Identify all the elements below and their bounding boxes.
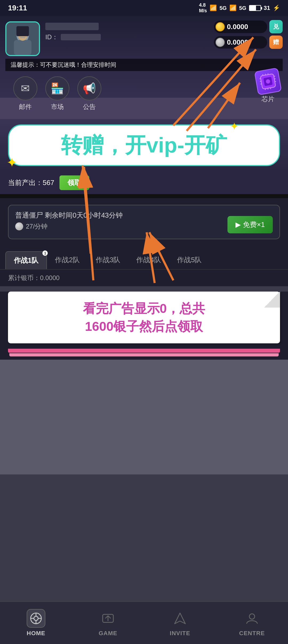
battle-tab-1-label: 作战1队 (14, 256, 38, 264)
market-label: 市场 (51, 103, 64, 111)
battle-tab-2[interactable]: 作战2队 (47, 251, 87, 269)
home-nav-label: HOME (27, 630, 45, 637)
svg-rect-4 (17, 26, 29, 36)
mail-shortcut[interactable]: ✉ 邮件 (13, 76, 37, 111)
network-5g-2-icon: 5G (239, 5, 246, 11)
battle-tab-1[interactable]: 作战1队 1 (5, 251, 47, 269)
chip-label: 芯片 (262, 95, 274, 103)
charging-icon: ⚡ (273, 5, 280, 11)
signal-icon: 📶 (229, 5, 237, 11)
annotation-text: 看完广告显示0，总共1600银子然后点领取 (19, 300, 269, 335)
status-icons: 4.8M/s 📶 5G 📶 5G 31 ⚡ (199, 2, 280, 14)
game-header: 0.0000 兑 0.0000 赠 (0, 16, 288, 119)
sparkle-2-icon: ✦ (230, 120, 239, 132)
notice-bar: 温馨提示：可不要沉迷哦！合理安排时间 (5, 59, 283, 71)
wifi-icon: 📶 (210, 5, 217, 11)
sparkle-1-icon: ✦ (6, 155, 18, 170)
notice-icon: 📢 (77, 76, 101, 100)
svg-line-12 (274, 76, 275, 76)
svg-line-19 (268, 88, 268, 89)
battle-tab-2-label: 作战2队 (55, 256, 79, 264)
banner-text: 转赠，开vip-开矿 (61, 133, 227, 157)
centre-nav-label: CENTRE (239, 630, 265, 637)
svg-line-20 (270, 88, 271, 89)
svg-line-11 (260, 84, 262, 84)
battle-tabs: 作战1队 1 作战2队 作战3队 作战4队 作战5队 (0, 246, 288, 270)
battle-tab-3[interactable]: 作战3队 (88, 251, 128, 269)
username-blurred (45, 23, 99, 30)
home-icon (27, 609, 45, 628)
svg-line-10 (260, 81, 261, 81)
speed-display: 4.8M/s (199, 2, 207, 14)
header-content: ID： 温馨提示：可不要沉迷哦！合理安排时间 ✉ 邮件 🏪 市场 📢 公告 (5, 21, 283, 116)
svg-line-13 (274, 79, 276, 79)
mail-label: 邮件 (19, 103, 32, 111)
battle-tab-3-label: 作战3队 (96, 256, 120, 264)
battle-tab-5[interactable]: 作战5队 (169, 251, 210, 269)
bottom-nav: HOME GAME INVITE CENTRE (0, 601, 288, 644)
invite-nav-label: INVITE (170, 630, 190, 637)
market-icon: 🏪 (45, 76, 69, 100)
id-label: ID： (45, 33, 58, 41)
avatar-image (6, 22, 39, 55)
id-blurred (61, 34, 101, 40)
section-separator (0, 194, 288, 198)
svg-line-15 (263, 74, 263, 76)
svg-point-32 (249, 614, 255, 619)
note-line-2 (9, 353, 279, 356)
svg-rect-2 (14, 40, 31, 55)
chip-shortcut[interactable]: 芯片 (256, 69, 280, 103)
svg-line-14 (275, 81, 276, 82)
main-banner[interactable]: 转赠，开vip-开矿 ✦ ✦ (8, 124, 280, 166)
battery-icon (249, 5, 261, 11)
nav-spacer (0, 474, 288, 517)
status-bar: 19:11 4.8M/s 📶 5G 📶 5G 31 ⚡ (0, 0, 288, 16)
nav-invite[interactable]: INVITE (144, 609, 216, 637)
svg-line-16 (265, 74, 266, 75)
battle-tab-4[interactable]: 作战4队 (128, 251, 169, 269)
note-line-1 (8, 349, 280, 353)
free-watch-button[interactable]: ▶ 免费×1 (227, 216, 273, 233)
notice-label: 公告 (83, 103, 96, 111)
id-row: ID： (45, 33, 283, 41)
time-display: 19:11 (8, 4, 27, 12)
svg-line-18 (265, 89, 266, 90)
annotation-card: 看完广告显示0，总共1600银子然后点领取 (8, 292, 280, 343)
nav-home[interactable]: HOME (0, 609, 72, 637)
battery-level: 31 (264, 5, 270, 11)
banner-section: 转赠，开vip-开矿 ✦ ✦ (0, 119, 288, 171)
notice-text: 温馨提示：可不要沉迷哦！合理安排时间 (11, 61, 116, 68)
shortcuts-row: ✉ 邮件 🏪 市场 📢 公告 (5, 71, 283, 116)
svg-point-22 (34, 616, 38, 621)
market-shortcut[interactable]: 🏪 市场 (45, 76, 69, 111)
collect-button[interactable]: 领取 (59, 175, 89, 190)
svg-line-17 (268, 73, 268, 75)
free-btn-label: 免费×1 (243, 220, 265, 229)
svg-marker-31 (175, 613, 185, 624)
profile-info: ID： (45, 21, 283, 41)
mining-rate-text: 27/分钟 (26, 222, 47, 231)
chip-icon (254, 68, 282, 95)
empty-area (0, 360, 288, 474)
game-nav-label: GAME (99, 630, 117, 637)
svg-line-9 (259, 79, 261, 79)
resource-row: 累计银币：0.0000 (0, 270, 288, 286)
output-label: 当前产出：567 (8, 178, 54, 187)
avatar[interactable] (5, 21, 40, 56)
battle-tab-5-label: 作战5队 (177, 256, 202, 264)
nav-game[interactable]: GAME (72, 609, 144, 637)
nav-centre[interactable]: CENTRE (216, 609, 288, 637)
play-icon: ▶ (235, 221, 241, 229)
mining-coin-icon (15, 222, 23, 230)
game-icon (99, 609, 117, 628)
network-5g-icon: 5G (219, 5, 227, 11)
output-row: 当前产出：567 领取 (0, 171, 288, 194)
battle-tab-4-label: 作战4队 (136, 256, 161, 264)
mining-card: 普通僵尸 剩余时间0天0小时43分钟 27/分钟 ▶ 免费×1 (8, 205, 280, 239)
mining-section: 普通僵尸 剩余时间0天0小时43分钟 27/分钟 ▶ 免费×1 (0, 198, 288, 246)
invite-icon (171, 609, 189, 628)
resource-text: 累计银币：0.0000 (8, 274, 59, 281)
notice-shortcut[interactable]: 📢 公告 (77, 76, 101, 111)
mail-icon: ✉ (13, 76, 37, 100)
profile-row: ID： (5, 21, 283, 56)
